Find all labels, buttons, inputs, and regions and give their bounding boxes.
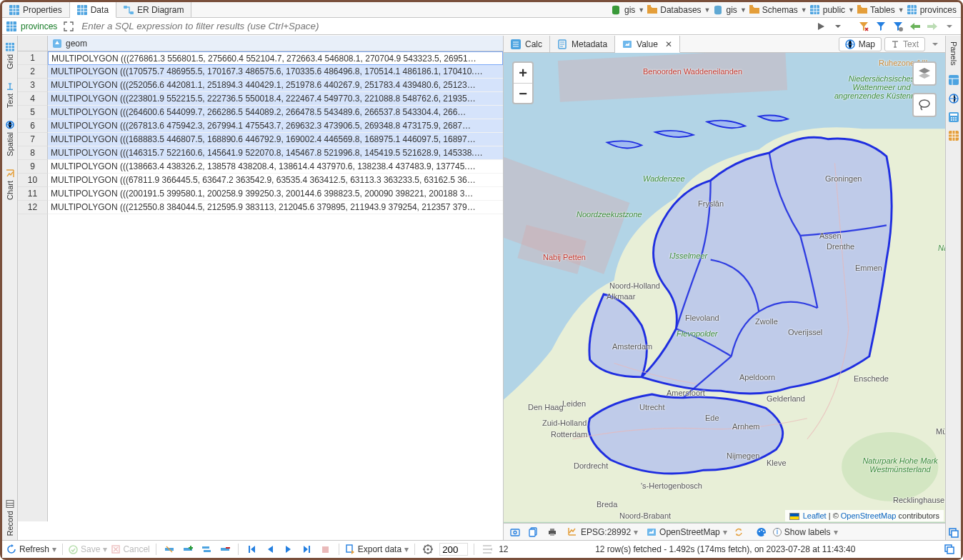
table-row[interactable]: 4MULTIPOLYGON (((223801.9 552215.5, 2227…: [18, 92, 503, 106]
panel-icon-globe[interactable]: [947, 91, 961, 106]
cell-geom[interactable]: MULTIPOLYGON (((138663.4 438326.2, 13857…: [48, 160, 503, 174]
cell-geom[interactable]: MULTIPOLYGON (((200191.5 399580.1, 20025…: [48, 187, 503, 201]
table-row[interactable]: 5MULTIPOLYGON (((264600.6 544099.7, 2662…: [18, 106, 503, 119]
map-toggle[interactable]: Map: [839, 37, 882, 51]
column-header-geom[interactable]: geom: [48, 36, 503, 51]
table-row[interactable]: 9MULTIPOLYGON (((138663.4 438326.2, 1385…: [18, 160, 503, 174]
table-row[interactable]: 12MULTIPOLYGON (((212550.8 384044.5, 212…: [18, 201, 503, 214]
row-header[interactable]: 5: [18, 106, 48, 119]
expand-icon[interactable]: [61, 19, 76, 34]
export-button[interactable]: Export data▾: [345, 544, 409, 554]
table-row[interactable]: 3MULTIPOLYGON (((252056.6 442081.1, 2518…: [18, 79, 503, 92]
table-row[interactable]: 6MULTIPOLYGON (((267813.6 475942.3, 2679…: [18, 119, 503, 133]
last-page-icon[interactable]: [300, 542, 314, 556]
show-labels-toggle[interactable]: i Show labels ▾: [773, 527, 838, 537]
palette-icon[interactable]: [754, 525, 769, 539]
left-tab-record[interactable]: Record: [6, 495, 14, 540]
duplicate-row-icon[interactable]: [199, 542, 214, 556]
tab-calc[interactable]: Calc: [504, 36, 550, 52]
sql-filter-input[interactable]: [80, 20, 809, 32]
next-page-icon[interactable]: [281, 542, 296, 556]
table-row[interactable]: 2MULTIPOLYGON (((170575.7 486955.5, 1701…: [18, 65, 503, 79]
value-panel-menu-icon[interactable]: [928, 37, 942, 51]
osm-link[interactable]: OpenStreetMap: [841, 511, 897, 520]
clear-filter-icon[interactable]: [857, 19, 871, 34]
print-icon[interactable]: [545, 525, 559, 539]
lasso-button[interactable]: [912, 93, 937, 117]
row-header[interactable]: 2: [18, 65, 48, 79]
row-header[interactable]: 7: [18, 133, 48, 146]
stop-icon[interactable]: [319, 542, 333, 556]
first-page-icon[interactable]: [244, 542, 259, 556]
prev-green-icon[interactable]: [908, 19, 922, 34]
row-header[interactable]: 10: [18, 174, 48, 187]
cell-geom[interactable]: MULTIPOLYGON (((168883.5 446807.5, 16889…: [48, 133, 503, 146]
delete-row-icon[interactable]: [218, 542, 232, 556]
table-row[interactable]: 7MULTIPOLYGON (((168883.5 446807.5, 1688…: [18, 133, 503, 146]
basemap-selector[interactable]: OpenStreetMap ▾: [647, 527, 727, 537]
page-settings-icon[interactable]: [421, 542, 435, 556]
leaflet-link[interactable]: Leaflet: [803, 511, 827, 520]
left-tab-grid[interactable]: Grid: [6, 39, 14, 74]
table-row[interactable]: 1MULTIPOLYGON (((276861.3 556801.5, 2756…: [18, 51, 503, 65]
rowcount-icon[interactable]: [480, 542, 494, 556]
filter-settings-icon[interactable]: [891, 19, 905, 34]
row-header[interactable]: 12: [18, 201, 48, 214]
breadcrumb-item[interactable]: Tables▼: [857, 5, 904, 15]
cancel-button[interactable]: Cancel: [111, 544, 149, 554]
add-row-icon[interactable]: [181, 542, 195, 556]
edit-row-icon[interactable]: [162, 542, 176, 556]
next-green-icon[interactable]: [925, 19, 939, 34]
left-tab-spatial[interactable]: Spatial: [6, 116, 14, 161]
row-header[interactable]: 4: [18, 92, 48, 106]
table-row[interactable]: 8MULTIPOLYGON (((146315.7 522160.6, 1456…: [18, 146, 503, 160]
cell-geom[interactable]: MULTIPOLYGON (((223801.9 552215.5, 22273…: [48, 92, 503, 106]
epsg-selector[interactable]: EPSG:28992 ▾: [568, 527, 638, 537]
history-dropdown-icon[interactable]: [831, 19, 845, 34]
refresh-button[interactable]: Refresh▾: [6, 544, 56, 554]
run-icon[interactable]: [814, 19, 828, 34]
save-button[interactable]: Save▾: [69, 544, 107, 554]
cell-geom[interactable]: MULTIPOLYGON (((146315.7 522160.6, 14564…: [48, 146, 503, 160]
layers-button[interactable]: [912, 61, 937, 86]
page-size-input[interactable]: [439, 543, 468, 556]
breadcrumb-item[interactable]: Databases▼: [647, 5, 710, 15]
row-header[interactable]: 11: [18, 187, 48, 201]
maximize-icon[interactable]: [942, 542, 957, 556]
row-header[interactable]: 6: [18, 119, 48, 133]
breadcrumb-item[interactable]: provinces: [907, 5, 957, 15]
breadcrumb-item[interactable]: public▼: [810, 5, 854, 15]
zoom-out-button[interactable]: −: [514, 83, 532, 103]
row-header[interactable]: 9: [18, 160, 48, 174]
row-header[interactable]: 3: [18, 79, 48, 92]
filter-icon[interactable]: [874, 19, 888, 34]
cell-geom[interactable]: MULTIPOLYGON (((267813.6 475942.3, 26799…: [48, 119, 503, 133]
map-viewport[interactable]: Ruhezone 1/IIBenoorden WaddeneilandenNie…: [504, 53, 945, 523]
zoom-in-button[interactable]: +: [514, 63, 532, 83]
cell-geom[interactable]: MULTIPOLYGON (((170575.7 486955.5, 17016…: [48, 65, 503, 79]
row-header[interactable]: 8: [18, 146, 48, 160]
tab-properties[interactable]: Properties: [2, 2, 70, 17]
tab-metadata[interactable]: Metadata: [550, 36, 615, 52]
cell-geom[interactable]: MULTIPOLYGON (((264600.6 544099.7, 26628…: [48, 106, 503, 119]
cell-geom[interactable]: MULTIPOLYGON (((252056.6 442081.1, 25189…: [48, 79, 503, 92]
panel-icon-1[interactable]: [947, 73, 961, 87]
row-header[interactable]: 1: [18, 51, 48, 65]
breadcrumb-item[interactable]: gis▼: [714, 5, 747, 15]
cell-geom[interactable]: MULTIPOLYGON (((67811.9 366445.5, 63647.…: [48, 174, 503, 187]
close-icon[interactable]: ✕: [665, 39, 672, 49]
copy-icon[interactable]: [527, 525, 541, 539]
breadcrumb-item[interactable]: Schemas▼: [749, 5, 807, 15]
screenshot-icon[interactable]: [508, 525, 522, 539]
table-row[interactable]: 11MULTIPOLYGON (((200191.5 399580.1, 200…: [18, 187, 503, 201]
panel-icon-calc[interactable]: [947, 110, 961, 124]
tab-er-diagram[interactable]: ER Diagram: [116, 2, 191, 17]
left-tab-chart[interactable]: Chart: [6, 165, 14, 204]
left-tab-text[interactable]: Text: [6, 78, 14, 112]
breadcrumb-item[interactable]: gis▼: [612, 5, 644, 15]
text-toggle[interactable]: Text: [884, 37, 925, 51]
prev-page-icon[interactable]: [263, 542, 277, 556]
menu-dropdown-icon[interactable]: [942, 19, 957, 34]
tab-data[interactable]: Data: [70, 2, 116, 18]
cell-geom[interactable]: MULTIPOLYGON (((276861.3 556801.5, 27566…: [48, 51, 503, 65]
